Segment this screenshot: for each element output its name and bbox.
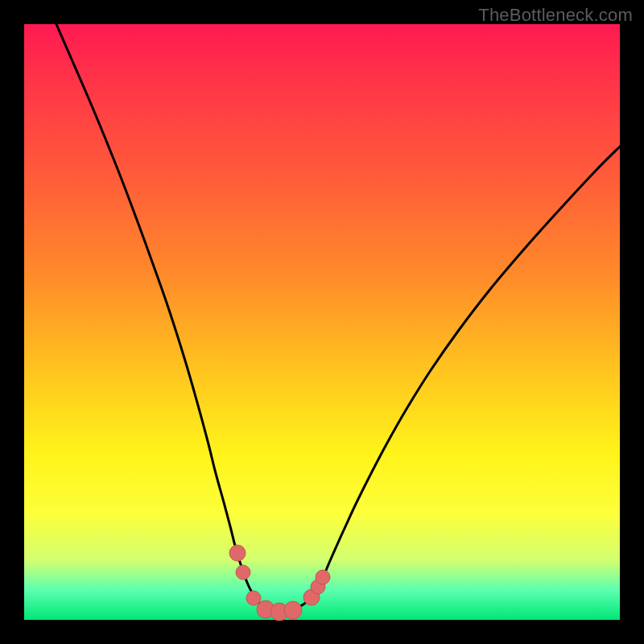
curve-marker <box>246 591 261 605</box>
watermark-text: TheBottleneck.com <box>478 5 633 26</box>
curve-marker <box>229 545 246 561</box>
curve-right <box>282 147 620 612</box>
curve-marker <box>284 601 302 619</box>
chart-frame: TheBottleneck.com <box>0 0 644 644</box>
curve-marker <box>236 565 250 580</box>
curve-svg <box>24 24 620 620</box>
plot-area <box>24 24 620 620</box>
curve-marker <box>316 570 330 584</box>
curve-left <box>56 24 282 612</box>
curve-markers <box>229 545 330 621</box>
